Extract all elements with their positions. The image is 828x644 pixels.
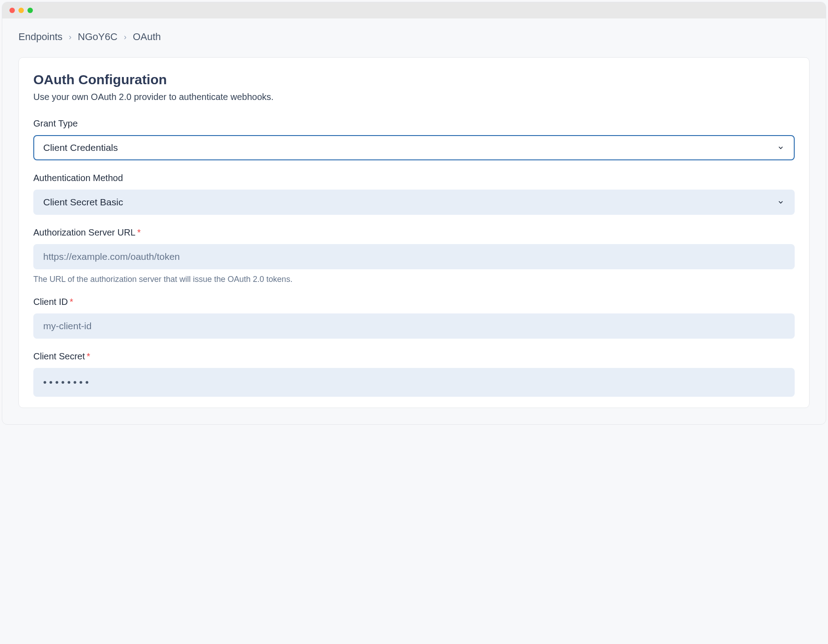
client-secret-label: Client Secret* bbox=[33, 351, 795, 362]
auth-server-url-input[interactable] bbox=[33, 244, 795, 269]
required-indicator: * bbox=[137, 227, 141, 237]
auth-server-url-help: The URL of the authorization server that… bbox=[33, 275, 795, 284]
window-minimize-button[interactable] bbox=[18, 8, 24, 13]
required-indicator: * bbox=[87, 351, 90, 361]
auth-method-select-wrapper: Client Secret Basic bbox=[33, 190, 795, 215]
card-title: OAuth Configuration bbox=[33, 72, 795, 87]
breadcrumb-item-endpoints[interactable]: Endpoints bbox=[18, 31, 63, 43]
label-text: Authorization Server URL bbox=[33, 227, 136, 237]
grant-type-select[interactable]: Client Credentials bbox=[33, 135, 795, 160]
client-id-label: Client ID* bbox=[33, 297, 795, 307]
client-id-input[interactable] bbox=[33, 313, 795, 339]
grant-type-group: Grant Type Client Credentials bbox=[33, 118, 795, 160]
auth-server-url-label: Authorization Server URL* bbox=[33, 227, 795, 238]
chevron-right-icon: › bbox=[69, 32, 72, 42]
auth-method-label: Authentication Method bbox=[33, 173, 795, 183]
breadcrumb-item-id[interactable]: NGoY6C bbox=[78, 31, 118, 43]
label-text: Client Secret bbox=[33, 351, 85, 361]
auth-method-group: Authentication Method Client Secret Basi… bbox=[33, 173, 795, 215]
card-subtitle: Use your own OAuth 2.0 provider to authe… bbox=[33, 92, 795, 102]
auth-method-select[interactable]: Client Secret Basic bbox=[33, 190, 795, 215]
window-maximize-button[interactable] bbox=[27, 8, 33, 13]
client-secret-input[interactable]: •••••••• bbox=[33, 368, 795, 397]
auth-server-url-group: Authorization Server URL* The URL of the… bbox=[33, 227, 795, 284]
required-indicator: * bbox=[70, 297, 73, 307]
window-close-button[interactable] bbox=[9, 8, 15, 13]
chevron-right-icon: › bbox=[124, 32, 127, 42]
app-window: Endpoints › NGoY6C › OAuth OAuth Configu… bbox=[2, 2, 826, 425]
breadcrumb-item-oauth[interactable]: OAuth bbox=[133, 31, 161, 43]
label-text: Client ID bbox=[33, 297, 68, 307]
titlebar bbox=[2, 2, 826, 18]
page-content: Endpoints › NGoY6C › OAuth OAuth Configu… bbox=[2, 18, 826, 424]
client-secret-group: Client Secret* •••••••• bbox=[33, 351, 795, 397]
grant-type-select-wrapper: Client Credentials bbox=[33, 135, 795, 160]
oauth-config-card: OAuth Configuration Use your own OAuth 2… bbox=[18, 57, 810, 408]
client-id-group: Client ID* bbox=[33, 297, 795, 339]
breadcrumb: Endpoints › NGoY6C › OAuth bbox=[18, 31, 810, 43]
grant-type-label: Grant Type bbox=[33, 118, 795, 129]
